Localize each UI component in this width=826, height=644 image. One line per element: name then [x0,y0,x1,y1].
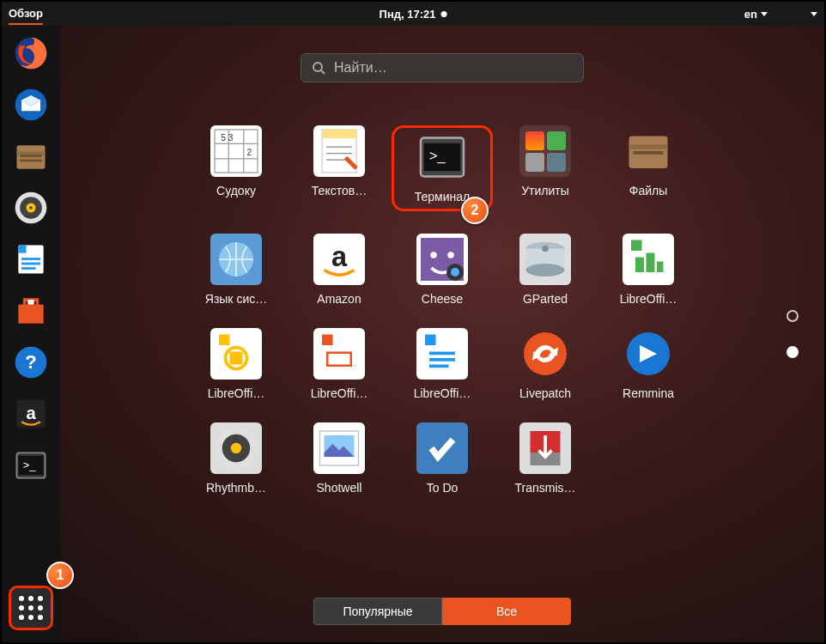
chevron-down-icon [761,12,768,16]
impress-icon [313,328,365,380]
dock-terminal[interactable]: >_ [9,443,53,488]
app-label: Язык сис… [205,292,267,306]
svg-rect-16 [21,258,40,260]
app-remmina[interactable]: Remmina [598,328,699,400]
search-placeholder: Найти… [334,60,387,76]
dock-files[interactable] [9,134,53,179]
svg-rect-57 [219,335,230,346]
svg-point-44 [447,252,454,258]
svg-rect-52 [631,240,642,252]
app-amazon[interactable]: a Amazon [288,234,390,306]
app-terminal[interactable]: >_ Терминал 2 [392,125,493,211]
svg-rect-15 [18,246,26,253]
power-icon[interactable] [804,12,817,16]
svg-rect-9 [20,160,42,162]
svg-point-50 [542,246,549,252]
tab-frequent[interactable]: Популярные [313,598,442,625]
dock: ? a >_ 1 [2,26,60,642]
svg-rect-18 [21,267,36,270]
app-utilities-folder[interactable]: Утилиты [495,125,596,211]
page-dot-1[interactable] [787,310,799,322]
app-label: LibreOffi… [208,386,265,400]
app-todo[interactable]: To Do [392,422,493,495]
app-shotwell[interactable]: Shotwell [288,422,390,495]
clock[interactable]: Пнд, 17:21 [380,8,447,21]
svg-rect-7 [17,152,46,155]
app-label: GParted [523,292,568,306]
app-transmission[interactable]: Transmis… [495,422,596,495]
svg-point-73 [231,443,242,454]
dock-amazon[interactable]: a [9,392,53,436]
svg-text:a: a [331,241,348,272]
search-field[interactable]: Найти… [301,53,584,82]
language-icon [210,234,262,285]
sudoku-icon: 5 32 [210,125,262,177]
notification-dot-icon [440,11,446,17]
svg-rect-67 [429,358,455,361]
app-cheese[interactable]: Cheese [392,234,493,306]
dock-thunderbird[interactable] [9,82,53,127]
app-livepatch[interactable]: Livepatch [495,328,596,400]
svg-rect-38 [629,145,668,149]
dock-firefox[interactable] [9,31,53,76]
svg-point-28 [313,63,322,71]
app-label: LibreOffi… [620,292,677,306]
files-icon [623,125,674,177]
app-sudoku[interactable]: 5 32 Судоку [185,125,287,211]
activities-label[interactable]: Обзор [9,3,43,25]
app-label: Livepatch [519,386,571,400]
svg-rect-20 [27,300,33,305]
dock-help[interactable]: ? [9,340,53,385]
svg-point-46 [451,268,459,276]
svg-rect-6 [17,145,46,169]
app-label: LibreOffi… [311,386,368,400]
svg-rect-66 [429,352,455,355]
calc-icon [623,234,674,285]
app-language[interactable]: Язык сис… [185,234,287,306]
app-texteditor[interactable]: Текстов… [288,125,390,211]
page-dot-2[interactable] [787,346,799,358]
apps-overview: Найти… 5 32 Судоку Текстов… >_ Терминал … [60,26,824,642]
app-impress[interactable]: LibreOffi… [288,328,390,400]
app-gparted[interactable]: GParted [495,234,596,306]
app-label: Cheese [422,292,463,306]
dock-writer[interactable] [9,237,53,282]
svg-text:a: a [26,404,36,422]
input-language[interactable]: en [744,8,768,21]
svg-rect-63 [329,354,350,365]
svg-rect-19 [18,305,43,324]
app-label: Amazon [317,292,361,306]
rhythmbox-icon [210,422,262,474]
svg-text:?: ? [25,351,36,373]
tab-all[interactable]: Все [442,598,571,625]
livepatch-icon [519,328,571,380]
app-writer[interactable]: LibreOffi… [392,328,493,400]
dock-rhythmbox[interactable] [9,185,53,230]
svg-point-43 [430,252,437,258]
writer-icon [416,328,468,380]
svg-text:>_: >_ [23,459,36,471]
dock-software[interactable] [9,289,53,333]
app-files[interactable]: Файлы [598,125,699,211]
page-indicator[interactable] [787,310,799,358]
app-label: Файлы [629,184,667,197]
app-label: Терминал [415,190,470,204]
show-apps-button[interactable] [9,586,53,630]
svg-point-13 [29,206,33,210]
chevron-down-icon [811,12,817,16]
app-label: Rhythmb… [206,481,266,495]
app-label: LibreOffi… [414,386,471,400]
app-label: Shotwell [317,481,362,495]
app-rhythmbox[interactable]: Rhythmb… [185,422,287,495]
shotwell-icon [313,422,365,474]
dock-apps-container: 1 [9,586,53,630]
app-draw[interactable]: LibreOffi… [185,328,287,400]
app-calc[interactable]: LibreOffi… [598,234,699,306]
svg-point-69 [524,332,567,375]
svg-text:>_: >_ [429,148,446,164]
remmina-icon [623,328,674,380]
view-tabs: Популярные Все [313,598,571,625]
svg-rect-61 [322,335,333,346]
svg-rect-68 [429,365,449,368]
app-label: Текстов… [312,184,367,197]
